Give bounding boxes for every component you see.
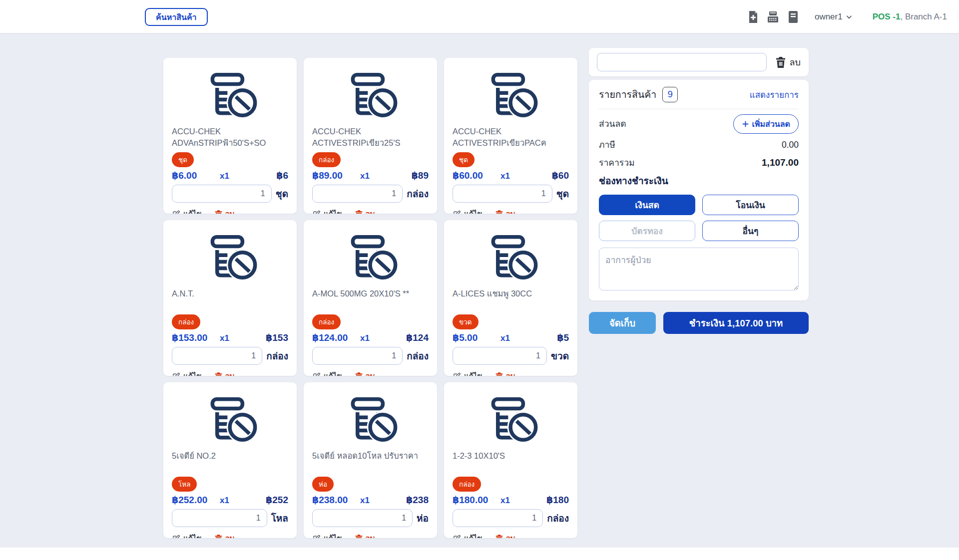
- delete-label: ลบ: [366, 533, 375, 538]
- symptoms-textarea[interactable]: [599, 248, 799, 290]
- edit-label: แก้ไข: [324, 533, 342, 538]
- edit-button[interactable]: แก้ไข: [312, 208, 342, 214]
- edit-button[interactable]: แก้ไข: [172, 208, 202, 214]
- delete-button[interactable]: ลบ: [495, 370, 515, 376]
- edit-button[interactable]: แก้ไข: [453, 533, 482, 538]
- quantity-row: กล่อง: [312, 347, 429, 365]
- badge-row: กล่อง: [312, 152, 429, 166]
- quantity-multiplier: x1: [360, 496, 370, 506]
- card-actions: แก้ไข ลบ: [453, 370, 569, 376]
- payment-method-gold-card-button[interactable]: บัตรทอง: [599, 221, 695, 241]
- tax-label: ภาษี: [599, 138, 615, 152]
- delete-button[interactable]: ลบ: [495, 208, 515, 214]
- quantity-multiplier: x1: [360, 333, 370, 343]
- total-value: 1,107.00: [762, 157, 799, 168]
- edit-label: แก้ไข: [464, 208, 482, 214]
- edit-button[interactable]: แก้ไข: [312, 370, 342, 376]
- edit-button[interactable]: แก้ไข: [453, 208, 482, 214]
- product-card: 5เจดีย์ หลอด10โหล ปรับราคา ห่อ ฿238.00 x…: [304, 382, 437, 538]
- quantity-input[interactable]: [172, 347, 262, 365]
- unit-label: กล่อง: [266, 348, 288, 363]
- pencil-icon: [172, 372, 180, 376]
- edit-label: แก้ไข: [324, 370, 342, 376]
- unit-label: ห่อ: [417, 511, 429, 526]
- product-card: A.N.T. กล่อง ฿153.00 x1 ฿153 กล่อง แก้ไข: [163, 220, 297, 376]
- edit-button[interactable]: แก้ไข: [172, 533, 202, 538]
- unit-price: ฿6.00: [172, 170, 220, 181]
- quantity-input[interactable]: [453, 509, 543, 527]
- store-button[interactable]: จัดเก็บ: [589, 312, 656, 334]
- quantity-input[interactable]: [312, 185, 403, 203]
- card-actions: แก้ไข ลบ: [453, 208, 569, 214]
- card-actions: แก้ไข ลบ: [172, 533, 288, 538]
- cart-count-badge: 9: [662, 87, 678, 102]
- show-list-link[interactable]: แสดงรายการ: [750, 88, 799, 101]
- edit-label: แก้ไข: [464, 370, 482, 376]
- card-actions: แก้ไข ลบ: [172, 208, 288, 214]
- payment-method-other-button[interactable]: อื่นๆ: [702, 221, 799, 241]
- edit-label: แก้ไข: [183, 370, 202, 376]
- quantity-input[interactable]: [453, 347, 547, 365]
- unit-price: ฿5.00: [453, 332, 500, 343]
- medicine-bottle-no-image-icon: [342, 235, 400, 280]
- new-document-icon[interactable]: [747, 10, 760, 23]
- payment-method-transfer-button[interactable]: โอนเงิน: [702, 195, 799, 215]
- edit-button[interactable]: แก้ไข: [312, 533, 342, 538]
- price-row: ฿6.00 x1 ฿6: [172, 170, 288, 181]
- cart-title: รายการสินค้า: [599, 87, 656, 102]
- trash-icon: [495, 535, 503, 539]
- delete-button[interactable]: ลบ: [355, 208, 375, 214]
- line-total: ฿252: [266, 494, 288, 506]
- quantity-input[interactable]: [453, 185, 552, 203]
- delete-label: ลบ: [506, 533, 515, 538]
- delete-button[interactable]: ลบ: [355, 370, 375, 376]
- payment-method-grid: เงินสดโอนเงินบัตรทองอื่นๆ: [599, 195, 799, 241]
- clear-cart-button[interactable]: ลบ: [776, 55, 801, 69]
- edit-button[interactable]: แก้ไข: [172, 370, 202, 376]
- search-products-button[interactable]: ค้นหาสินค้า: [145, 8, 208, 26]
- badge-row: ชุด: [453, 152, 569, 166]
- quantity-row: กล่อง: [453, 509, 569, 527]
- discount-label: ส่วนลด: [599, 117, 626, 131]
- badge-row: ขวด: [453, 314, 569, 328]
- pay-button[interactable]: ชำระเงิน 1,107.00 บาท: [663, 312, 809, 334]
- delete-button[interactable]: ลบ: [215, 533, 235, 538]
- quantity-row: ห่อ: [312, 509, 429, 527]
- trash-icon: [215, 535, 222, 539]
- quantity-input[interactable]: [312, 347, 403, 365]
- cash-register-icon[interactable]: [767, 10, 780, 23]
- user-menu[interactable]: owner1: [815, 12, 853, 22]
- edit-label: แก้ไข: [183, 208, 202, 214]
- cart-panel: รายการสินค้า 9 แสดงรายการ ส่วนลด เพิ่มส่…: [589, 80, 809, 300]
- delete-button[interactable]: ลบ: [215, 370, 235, 376]
- cart-item-search-input[interactable]: [597, 53, 767, 71]
- quantity-input[interactable]: [172, 185, 272, 203]
- quantity-input[interactable]: [312, 509, 413, 527]
- unit-badge: ชุด: [172, 152, 194, 167]
- pencil-icon: [312, 210, 321, 214]
- delete-label: ลบ: [506, 208, 515, 214]
- pos-label: POS -1: [873, 12, 901, 21]
- add-discount-button[interactable]: เพิ่มส่วนลด: [733, 114, 799, 134]
- line-total: ฿238: [406, 494, 429, 506]
- edit-button[interactable]: แก้ไข: [453, 370, 482, 376]
- product-name: 1-2-3 10X10'S: [453, 450, 569, 473]
- pencil-icon: [453, 210, 461, 214]
- delete-button[interactable]: ลบ: [495, 533, 515, 538]
- unit-badge: กล่อง: [453, 477, 481, 492]
- pencil-icon: [453, 535, 461, 539]
- payment-channel-header: ช่องทางชำระเงิน: [599, 173, 799, 188]
- pencil-icon: [453, 372, 461, 376]
- delete-button[interactable]: ลบ: [355, 533, 375, 538]
- pos-page: ค้นหาสินค้า owner1 POS -1, Branch A-1: [0, 0, 959, 560]
- trash-icon: [215, 210, 222, 214]
- line-total: ฿89: [412, 170, 429, 181]
- delete-button[interactable]: ลบ: [215, 208, 235, 214]
- quantity-input[interactable]: [172, 509, 267, 527]
- trash-icon: [776, 57, 786, 68]
- payment-method-cash-button[interactable]: เงินสด: [599, 195, 695, 215]
- quantity-row: โหล: [172, 509, 288, 527]
- medicine-bottle-no-image-icon: [201, 73, 259, 118]
- report-book-icon[interactable]: [787, 10, 800, 23]
- product-name: 5เจดีย์ หลอด10โหล ปรับราคา: [312, 450, 429, 473]
